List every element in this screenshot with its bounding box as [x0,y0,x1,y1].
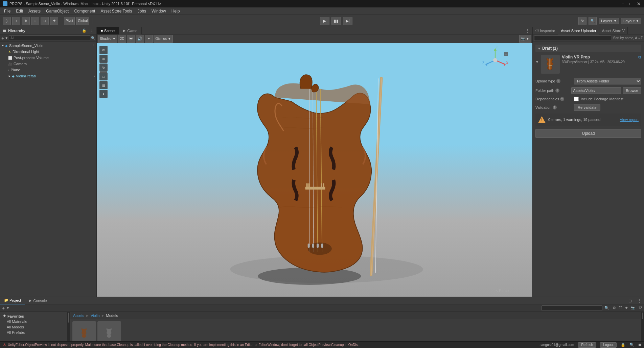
logout-button[interactable]: Logout [600,342,617,348]
tab-project[interactable]: 📁 Project [0,297,25,304]
rotate-tool[interactable]: ↻ [22,17,30,25]
maximize-panel-icon[interactable]: ◻ [626,298,635,303]
folder-all-materials[interactable]: All Materials [0,319,67,324]
dependencies-help-icon[interactable]: ? [560,97,564,101]
scene-tab-scene[interactable]: ■ Scene [97,27,119,34]
tree-item-dirlight[interactable]: ☀ Directional Light [0,49,96,55]
scale-overlay-tool[interactable]: □ [99,72,108,80]
scene-more-icon[interactable]: ⋮ [92,44,95,48]
scene-camera-btn[interactable]: 📷 ▼ [519,35,531,43]
hierarchy-search[interactable] [9,35,90,41]
tree-item-camera[interactable]: 🎥 Camera [0,61,96,67]
tree-item-plane[interactable]: ▫ Plane [0,67,96,73]
folder-all-models[interactable]: All Models [0,324,67,330]
revalidate-button[interactable]: Re-validate [574,104,600,111]
global-btn[interactable]: Global [76,17,89,25]
tab-console[interactable]: ▶ Console [25,297,51,304]
project-settings-icon[interactable]: ⚙ [613,306,616,310]
favorites-section[interactable]: ★ Favorites [0,313,67,319]
scene-shading-btn[interactable]: Shaded ▼ [98,35,117,43]
upload-type-select[interactable]: From Assets Folder [574,78,641,84]
project-columns-icon[interactable]: ☷ [619,306,622,310]
close-button[interactable]: ✕ [637,1,641,6]
rect-tool[interactable]: □ [41,17,49,25]
breadcrumb-violin[interactable]: Violin [91,314,100,318]
browse-button[interactable]: Browse [623,87,641,94]
project-star-icon[interactable]: ★ [625,306,628,310]
menu-assets[interactable]: Assets [26,8,43,14]
folder-all-prefabs[interactable]: All Prefabs [0,330,67,335]
content-scroll-thumb[interactable] [642,313,643,319]
pivot-btn[interactable]: Pivot [64,17,75,25]
menu-edit[interactable]: Edit [13,8,26,14]
project-search-icon[interactable]: 🔍 [604,306,609,310]
asset-tile-1[interactable] [72,321,96,341]
visibility-tool[interactable]: 👁 [99,46,108,54]
pause-button[interactable]: ▮▮ [331,17,341,25]
3d-nav-gizmo[interactable]: Y X Z [482,47,509,74]
view-report-link[interactable]: View report [620,118,639,122]
asset-card-expand-icon[interactable]: ▼ [535,60,539,64]
panel-more-icon[interactable]: ⋮ [635,298,644,303]
hand-tool[interactable]: 〉 [3,17,11,25]
menu-help[interactable]: Help [169,8,183,14]
minimize-button[interactable]: − [620,1,625,6]
folder-path-input[interactable] [571,87,621,94]
tree-item-postprocess[interactable]: ⬜ Post-process Volume [0,55,96,61]
menu-window[interactable]: Window [149,8,169,14]
sidebar-scrollbar[interactable] [68,312,70,341]
tab-inspector[interactable]: ⓘ Inspector [533,27,558,34]
hierarchy-more-icon[interactable]: ⋮ [90,28,94,33]
undo-btn[interactable]: ↻ [578,17,586,25]
scale-tool[interactable]: ↔ [31,17,39,25]
menu-gameobject[interactable]: GameObject [43,8,71,14]
menu-jobs[interactable]: Jobs [135,8,149,14]
play-button[interactable]: ▶ [320,17,329,25]
asset-external-link-icon[interactable]: ⧉ [638,55,641,59]
menu-component[interactable]: Component [71,8,98,14]
project-search-input[interactable] [542,305,602,311]
menu-asset-store-tools[interactable]: Asset Store Tools [98,8,135,14]
menu-file[interactable]: File [1,8,13,14]
step-button[interactable]: ▶| [343,17,352,25]
transform-tool[interactable]: ✚ [50,17,58,25]
custom-overlay-tool[interactable]: ✦ [99,90,108,98]
asset-tile-2[interactable] [97,321,121,341]
rect-overlay-tool[interactable]: ▦ [99,81,108,89]
move-overlay-tool[interactable]: ⊕ [99,55,108,63]
scene-gizmos-btn[interactable]: Gizmos ▼ [154,35,173,43]
scene-tab-game[interactable]: ▶ Game [119,27,142,34]
validation-help-icon[interactable]: ? [553,105,557,109]
scene-lighting-btn[interactable]: ☀ [127,35,135,43]
search-btn[interactable]: 🔍 [589,17,597,25]
refresh-button[interactable]: Refresh [578,342,596,348]
tree-item-samplescene[interactable]: ▼ ◆ SampleScene_Violin ⋮ [0,43,96,49]
breadcrumb-assets[interactable]: Assets [73,314,84,318]
include-manifest-checkbox[interactable] [574,97,579,101]
tree-item-violinprefab[interactable]: ► ◆ ViolinPrefab › [0,73,96,79]
content-scrollbar[interactable] [641,312,644,341]
inspector-search-input[interactable] [534,35,611,41]
move-tool[interactable]: ↕ [12,17,20,25]
bottom-dropdown-btn[interactable]: ▼ [6,306,9,310]
tab-asset-store-v[interactable]: Asset Store V [599,27,628,34]
maximize-button[interactable]: □ [628,1,633,6]
sidebar-scroll-thumb[interactable] [68,313,69,323]
scene-2d-btn[interactable]: 2D [118,35,126,43]
layers-dropdown[interactable]: Layers ▼ [599,18,619,24]
layout-dropdown[interactable]: Layout ▼ [621,18,641,24]
hierarchy-dropdown-btn[interactable]: ▼ [5,36,8,40]
add-asset-btn[interactable]: + [2,305,5,311]
scene-fx-btn[interactable]: ✦ [145,35,153,43]
scene-options-icon[interactable]: ⋮ [523,28,532,33]
upload-button[interactable]: Upload [535,129,641,138]
hierarchy-lock-icon[interactable]: 🔒 [82,28,87,33]
tab-asset-store-uploader[interactable]: Asset Store Uploader [558,27,599,34]
rotate-overlay-tool[interactable]: ↻ [99,64,108,72]
folder-path-help-icon[interactable]: ? [555,89,559,93]
scene-audio-btn[interactable]: 🔊 [136,35,144,43]
upload-type-help-icon[interactable]: ? [556,79,560,83]
project-size-icon[interactable]: 📷 [631,306,636,310]
prefab-more-icon[interactable]: › [94,74,95,78]
add-hierarchy-btn[interactable]: + [1,35,4,41]
